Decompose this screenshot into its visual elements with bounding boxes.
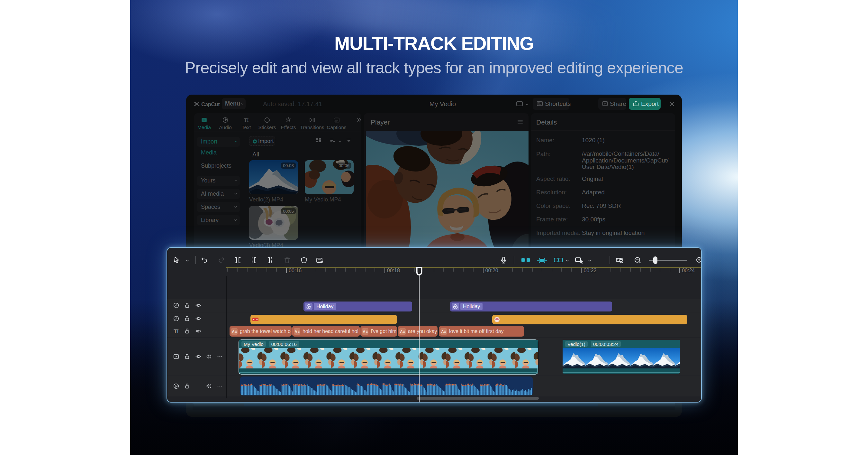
svg-text:A: A [400,330,403,333]
svg-text:A: A [232,330,235,333]
svg-text:A: A [295,330,298,333]
svg-text:A: A [363,330,366,333]
svg-text:TI: TI [174,328,179,334]
svg-text:A: A [441,330,444,333]
